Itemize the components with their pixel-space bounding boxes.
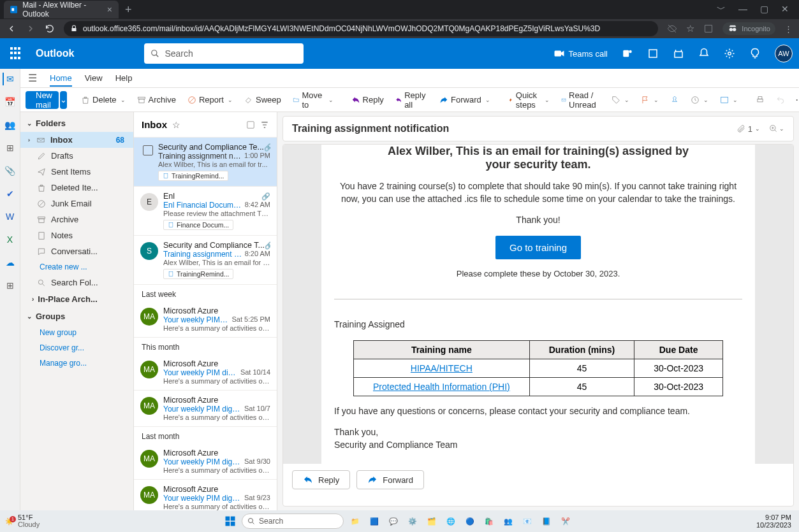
bookmark-icon[interactable]: ☆: [686, 23, 694, 34]
task-outlook-icon[interactable]: 📧: [520, 514, 535, 529]
message-item[interactable]: Security and Compliance Te...🔗Training a…: [134, 138, 277, 187]
message-item[interactable]: SSecurity and Compliance T...🔗Training a…: [134, 236, 277, 285]
ribbon-more-icon[interactable]: ⋯: [795, 94, 799, 106]
message-item[interactable]: MAMicrosoft AzureYour weekly PIM digest.…: [134, 391, 277, 427]
rail-calendar-icon[interactable]: 📅: [4, 96, 17, 108]
folders-header[interactable]: ⌄Folders: [20, 115, 133, 132]
task-explorer-icon[interactable]: 📁: [348, 514, 363, 529]
folder-notes[interactable]: Notes: [20, 227, 133, 243]
select-mode-icon[interactable]: [246, 120, 255, 129]
folder-sentitems[interactable]: Sent Items: [20, 164, 133, 180]
start-button[interactable]: [223, 514, 238, 529]
close-tab-icon[interactable]: ×: [107, 4, 112, 15]
training-link[interactable]: HIPAA/HITECH: [411, 363, 473, 373]
group-link[interactable]: Discover gr...: [20, 340, 133, 356]
browser-menu-icon[interactable]: ⋮: [784, 24, 793, 34]
pin-button[interactable]: [666, 91, 683, 109]
group-link[interactable]: New group: [20, 325, 133, 340]
hamburger-icon[interactable]: ☰: [28, 72, 37, 84]
folder-junkemail[interactable]: Junk Email: [20, 196, 133, 212]
weather-widget[interactable]: ☀️1 51°FCloudy: [5, 514, 40, 528]
forward-action-button[interactable]: Forward: [356, 470, 424, 489]
task-store-icon[interactable]: 🛍️: [481, 514, 497, 529]
taskbar-search[interactable]: Search: [242, 514, 344, 529]
folder-drafts[interactable]: Drafts: [20, 148, 133, 164]
flag-button[interactable]: ⌄: [637, 91, 663, 109]
gear-icon[interactable]: [724, 48, 735, 59]
group-link[interactable]: Manage gro...: [20, 356, 133, 371]
task-teams-icon[interactable]: 👥: [501, 514, 516, 529]
zoom-button[interactable]: ⌄: [769, 124, 784, 133]
training-link[interactable]: Protected Health Information (PHI): [373, 382, 510, 392]
folder-conversati[interactable]: Conversati...: [20, 243, 133, 259]
immersive-button[interactable]: ⌄: [716, 91, 742, 109]
taskbar-clock[interactable]: 9:07 PM 10/23/2023: [756, 514, 794, 529]
read-unread-button[interactable]: Read / Unread: [557, 91, 604, 109]
move-to-button[interactable]: Move to⌄: [289, 91, 337, 109]
rail-more-apps-icon[interactable]: ⊞: [4, 279, 17, 292]
nav-reload-icon[interactable]: [45, 24, 55, 34]
task-chat-icon[interactable]: 💬: [386, 514, 401, 529]
folder-inbox[interactable]: ›Inbox68: [20, 132, 133, 148]
new-tab-button[interactable]: +: [119, 3, 138, 17]
window-minimize-icon[interactable]: ﹀: [717, 4, 726, 15]
task-folder-icon[interactable]: 🗂️: [424, 514, 439, 529]
in-place-archive[interactable]: ›In-Place Arch...: [20, 291, 133, 308]
message-item[interactable]: MAMicrosoft AzureYour weekly PIM diges..…: [134, 354, 277, 391]
attachment-chip[interactable]: Finance Docum...: [163, 220, 233, 230]
create-new-folder-link[interactable]: Create new ...: [20, 259, 133, 275]
search-folders[interactable]: Search Fol...: [20, 275, 133, 291]
rail-people-icon[interactable]: 👥: [4, 119, 17, 131]
tab-help[interactable]: Help: [115, 73, 133, 83]
forward-button[interactable]: Forward⌄: [436, 91, 494, 109]
tag-button[interactable]: ⌄: [608, 91, 633, 109]
attachment-chip[interactable]: TrainingRemind...: [163, 269, 233, 279]
task-word-icon[interactable]: 📘: [539, 514, 554, 529]
snooze-button[interactable]: ⌄: [687, 91, 712, 109]
message-item[interactable]: MAMicrosoft AzureYour weekly PIM di...Sa…: [134, 301, 277, 338]
delete-button[interactable]: Delete⌄: [77, 91, 129, 109]
day-icon[interactable]: [673, 48, 684, 59]
window-maximize-icon[interactable]: ▢: [760, 4, 768, 15]
filter-icon[interactable]: [260, 120, 269, 129]
teams-call-button[interactable]: Teams call: [553, 48, 608, 59]
undo-button[interactable]: [772, 91, 789, 109]
rail-onedrive-icon[interactable]: ☁: [4, 256, 17, 269]
user-avatar[interactable]: AW: [775, 45, 793, 62]
teams-icon[interactable]: [622, 48, 633, 59]
window-minimize2-icon[interactable]: —: [738, 4, 747, 15]
reply-action-button[interactable]: Reply: [292, 470, 350, 489]
new-mail-button[interactable]: New mail: [26, 91, 59, 109]
report-button[interactable]: Report⌄: [184, 91, 237, 109]
rail-excel-icon[interactable]: X: [4, 233, 17, 246]
extensions-icon[interactable]: [703, 24, 714, 34]
app-launcher-icon[interactable]: [10, 47, 23, 60]
attachment-count[interactable]: 1 ⌄: [737, 124, 760, 134]
folder-archive[interactable]: Archive: [20, 212, 133, 227]
bell-icon[interactable]: [698, 48, 710, 59]
reply-all-button[interactable]: Reply all: [392, 91, 432, 109]
nav-back-icon[interactable]: [6, 24, 17, 34]
message-item[interactable]: MAMicrosoft AzureYour weekly PIM diges..…: [134, 480, 277, 510]
quick-steps-button[interactable]: Quick steps⌄: [504, 91, 553, 109]
new-mail-dropdown[interactable]: ⌄: [60, 91, 67, 109]
groups-header[interactable]: ⌄Groups: [20, 308, 133, 325]
tab-view[interactable]: View: [85, 73, 103, 83]
rail-mail-icon[interactable]: ✉: [3, 73, 15, 85]
task-chrome-icon[interactable]: 🔵: [462, 514, 478, 529]
reply-button[interactable]: Reply: [348, 91, 388, 109]
window-close-icon[interactable]: ✕: [781, 4, 789, 15]
task-settings-icon[interactable]: ⚙️: [405, 514, 420, 529]
favorite-icon[interactable]: ☆: [172, 120, 180, 130]
message-item[interactable]: EEnl🔗Enl Financial Document8:42 AMPlease…: [134, 187, 277, 236]
task-edge-icon[interactable]: 🌐: [443, 514, 458, 529]
sweep-button[interactable]: Sweep: [240, 91, 285, 109]
url-input[interactable]: outlook.office365.com/mail/inbox/id/AAQk…: [64, 21, 658, 36]
eye-off-icon[interactable]: [667, 24, 677, 34]
folder-deletedite[interactable]: Deleted Ite...: [20, 180, 133, 196]
task-snip-icon[interactable]: ✂️: [558, 514, 573, 529]
rail-word-icon[interactable]: W: [4, 210, 17, 223]
go-to-training-button[interactable]: Go to training: [495, 236, 581, 259]
lightbulb-icon[interactable]: [749, 48, 761, 59]
archive-button[interactable]: Archive: [133, 91, 180, 109]
